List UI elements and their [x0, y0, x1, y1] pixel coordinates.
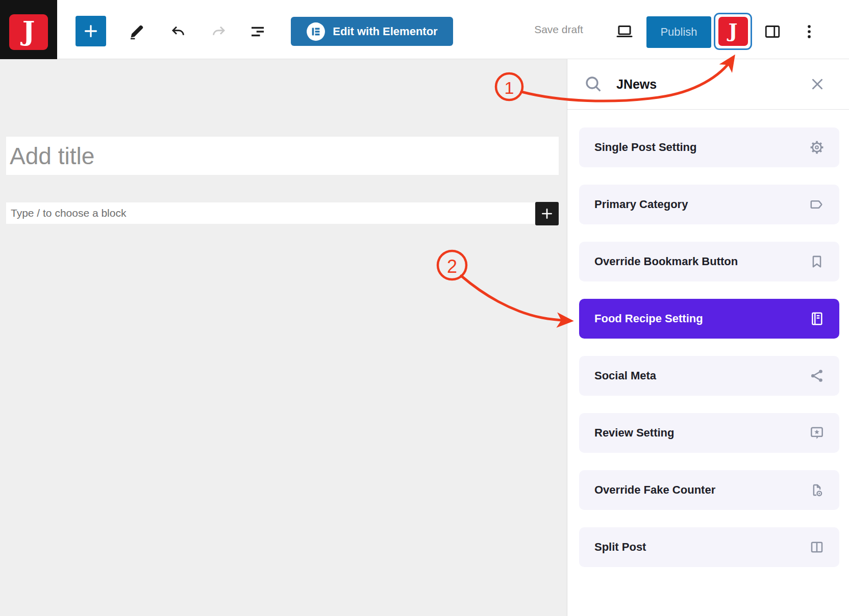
post-title-input[interactable]: Add title [6, 137, 559, 175]
close-sidebar-button[interactable] [808, 75, 827, 93]
sidebar-panel-item-label: Review Setting [594, 426, 674, 440]
jnews-button-letter: J [729, 21, 738, 42]
editor-canvas: Add title Type / to choose a block [0, 59, 567, 616]
recipe-book-icon [809, 311, 825, 327]
jnews-sidebar-toggle-button[interactable]: J [714, 13, 752, 50]
pencil-icon [128, 22, 146, 41]
bookmark-icon [809, 253, 825, 270]
sidebar-panel-item[interactable]: Override Fake Counter [579, 470, 839, 510]
block-placeholder: Type / to choose a block [6, 207, 126, 219]
sidebar-panel-item[interactable]: Single Post Setting [579, 127, 839, 167]
elementor-icon [306, 22, 326, 41]
publish-button[interactable]: Publish [646, 16, 711, 48]
sidebar-panel-item[interactable]: Split Post [579, 527, 839, 567]
plus-icon [82, 22, 99, 40]
sidebar-panel-item-label: Override Fake Counter [594, 483, 715, 497]
split-columns-icon [809, 539, 825, 555]
fake-counter-doc-icon [809, 482, 825, 498]
sidebar-title: JNews [616, 77, 657, 92]
block-append-button[interactable] [535, 202, 559, 225]
sidebar-panel-item[interactable]: Social Meta [579, 356, 839, 396]
post-title-placeholder: Add title [6, 142, 94, 170]
jnews-plugin-sidebar: JNews Single Post Setting Primary Catego… [567, 59, 849, 616]
sidebar-panel-item-label: Primary Category [594, 198, 688, 211]
redo-icon [210, 22, 228, 41]
sidebar-panel-item[interactable]: Primary Category [579, 185, 839, 224]
jnews-admin-logo[interactable]: J [0, 0, 57, 59]
sidebar-panel-item-label: Food Recipe Setting [594, 312, 703, 325]
sidebar-panel-item[interactable]: Food Recipe Setting [579, 299, 839, 339]
sidebar-panel-item-label: Social Meta [594, 369, 656, 382]
jnews-button-badge: J [718, 17, 748, 46]
wordpress-editor-screen: J [0, 0, 849, 616]
review-star-bubble-icon [809, 425, 825, 441]
close-icon [809, 76, 826, 92]
redo-button[interactable] [207, 19, 231, 44]
share-icon [809, 368, 825, 384]
save-draft-button[interactable]: Save draft [520, 18, 597, 41]
plus-icon [540, 207, 554, 221]
preview-button[interactable] [612, 19, 637, 44]
sidebar-header: JNews [567, 59, 849, 110]
laptop-icon [615, 22, 634, 41]
sidebar-panel-item[interactable]: Override Bookmark Button [579, 242, 839, 281]
elementor-button-label: Edit with Elementor [333, 25, 437, 38]
gear-icon [809, 139, 825, 156]
jnews-logo-letter: J [22, 18, 35, 46]
sidebar-panel-item[interactable]: Review Setting [579, 413, 839, 453]
empty-block-input[interactable]: Type / to choose a block [6, 202, 535, 224]
sidebar-panel-item-label: Override Bookmark Button [594, 255, 738, 268]
sidebar-panel-item-label: Split Post [594, 541, 646, 554]
editor-topbar: J [0, 0, 849, 59]
edit-with-elementor-button[interactable]: Edit with Elementor [291, 17, 453, 46]
list-view-icon [248, 22, 267, 41]
search-icon [583, 74, 604, 94]
category-tag-icon [809, 196, 825, 213]
list-view-button[interactable] [245, 19, 270, 44]
kebab-menu-icon [801, 23, 818, 40]
settings-sidebar-button[interactable] [760, 19, 785, 44]
jnews-logo-badge: J [9, 14, 48, 50]
sidebar-panel-list: Single Post Setting Primary Category Ove… [567, 110, 849, 567]
sidebar-panel-item-label: Single Post Setting [594, 141, 696, 154]
options-menu-button[interactable] [797, 19, 821, 44]
undo-icon [169, 22, 187, 41]
sidebar-panel-icon [763, 22, 782, 41]
undo-button[interactable] [166, 19, 190, 44]
block-inserter-button[interactable] [76, 16, 106, 46]
edit-mode-button[interactable] [124, 19, 149, 44]
